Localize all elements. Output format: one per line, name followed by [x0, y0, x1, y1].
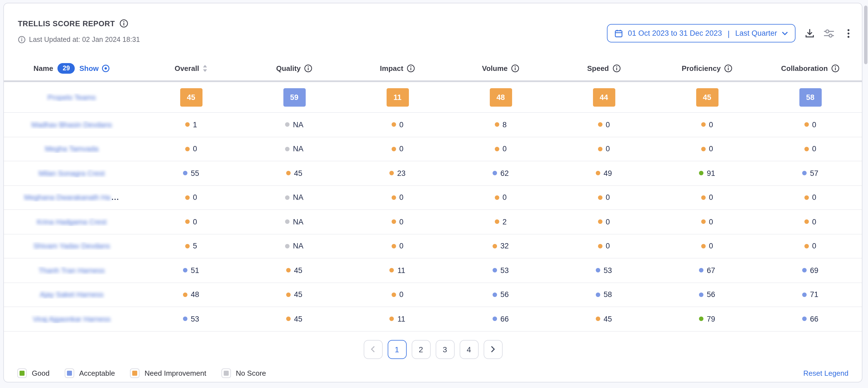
score-value: 0: [812, 121, 816, 129]
legend-label: Acceptable: [79, 369, 115, 377]
score-cell: 53: [449, 266, 552, 275]
score-cell: 48: [140, 291, 243, 299]
legend-checkbox[interactable]: [221, 368, 231, 378]
score-value: 51: [191, 266, 199, 275]
team-name-link[interactable]: Propelo Teams: [4, 93, 140, 101]
sort-arrows-icon[interactable]: [203, 64, 208, 72]
legend-item-need-improvement[interactable]: Need Improvement: [130, 368, 206, 378]
score-value: 11: [398, 315, 405, 323]
score-value: 79: [707, 315, 715, 323]
score-level-dot: [390, 317, 394, 321]
reset-legend-link[interactable]: Reset Legend: [803, 369, 848, 377]
score-cell: 56: [655, 291, 759, 299]
info-icon[interactable]: [304, 64, 312, 72]
score-cell: 0: [346, 291, 449, 299]
member-name-link[interactable]: Megha Tamvada: [4, 145, 140, 153]
score-level-dot: [804, 196, 809, 200]
table-row: Krina Hadgama Crest 0 NA 0 2 0 0 0: [4, 210, 862, 234]
score-value: 0: [606, 218, 610, 226]
page-button[interactable]: 2: [411, 340, 430, 359]
score-value: 0: [709, 218, 713, 226]
score-cell: 69: [759, 266, 862, 275]
score-chip: 11: [386, 88, 409, 106]
score-level-dot: [183, 317, 187, 321]
score-value: 23: [397, 169, 406, 178]
page-button[interactable]: 1: [388, 340, 406, 359]
column-header-collaboration: Collaboration: [759, 64, 862, 72]
legend-swatch-need-improvement: [132, 370, 137, 376]
score-chip: 48: [490, 88, 512, 106]
legend-swatch-no-score: [223, 370, 228, 376]
member-name-link[interactable]: Shivam Yadav Devdans: [4, 242, 140, 250]
legend-item-good[interactable]: Good: [17, 368, 50, 378]
date-range-picker[interactable]: 01 Oct 2023 to 31 Dec 2023 | Last Quarte…: [607, 24, 796, 42]
score-value: NA: [293, 193, 304, 202]
score-level-dot: [391, 196, 396, 200]
score-value: 0: [502, 193, 506, 202]
info-icon[interactable]: [119, 19, 128, 28]
score-value: 0: [399, 242, 403, 250]
score-level-dot: [802, 317, 807, 321]
score-value: 0: [709, 121, 713, 129]
score-cell: 45: [140, 88, 243, 106]
score-cell: 79: [655, 315, 759, 323]
score-level-dot: [493, 244, 497, 248]
score-cell: 56: [449, 291, 552, 299]
legend-checkbox[interactable]: [65, 368, 74, 378]
score-cell: 0: [759, 218, 862, 226]
legend-item-no-score[interactable]: No Score: [221, 368, 266, 378]
column-header-overall[interactable]: Overall: [140, 64, 243, 72]
legend-checkbox[interactable]: [17, 368, 27, 378]
score-level-dot: [598, 220, 602, 224]
member-name-link[interactable]: Viraj Ajgaonkar Harness: [4, 315, 140, 323]
score-level-dot: [598, 123, 602, 127]
score-level-dot: [495, 123, 499, 127]
score-cell: 53: [140, 315, 243, 323]
score-cell: 45: [243, 169, 346, 178]
previous-page-button[interactable]: [364, 340, 382, 359]
member-name-link[interactable]: Thanh Tran Harness: [4, 266, 140, 275]
member-name-link[interactable]: Krina Hadgama Crest: [4, 218, 140, 226]
score-value: 0: [399, 218, 403, 226]
member-name-link[interactable]: Meghana Dwarakanath Ha...: [4, 193, 140, 202]
vertical-scrollbar-thumb[interactable]: [864, 6, 867, 64]
download-button[interactable]: [804, 28, 815, 39]
report-header: TRELLIS SCORE REPORT Last Updated at: 02…: [4, 3, 862, 56]
score-level-dot: [802, 171, 807, 176]
show-names-toggle[interactable]: Show: [79, 64, 110, 72]
legend-checkbox[interactable]: [130, 368, 140, 378]
score-level-dot: [286, 171, 291, 176]
info-icon[interactable]: [724, 64, 733, 72]
score-cell: 0: [655, 218, 759, 226]
member-name-link[interactable]: Ajay Saket Harness: [4, 291, 140, 299]
page-button[interactable]: 3: [435, 340, 454, 359]
table-row: Shivam Yadav Devdans 5 NA 0 32 0 0 0: [4, 234, 862, 259]
name-header-label: Name: [33, 64, 53, 72]
more-options-button[interactable]: [843, 28, 854, 39]
next-page-button[interactable]: [484, 340, 502, 359]
score-value: 58: [603, 291, 612, 299]
info-icon[interactable]: [612, 64, 621, 72]
score-level-dot: [285, 123, 289, 127]
score-level-dot: [804, 147, 809, 151]
score-cell: 11: [346, 88, 449, 106]
info-icon[interactable]: [831, 64, 840, 72]
page-button[interactable]: 4: [459, 340, 478, 359]
member-name-link[interactable]: Madhav Bhasin Devdans: [4, 121, 140, 129]
score-value: 53: [191, 315, 199, 323]
score-cell: 53: [552, 266, 655, 275]
legend-item-acceptable[interactable]: Acceptable: [65, 368, 115, 378]
score-value: 0: [812, 218, 816, 226]
score-value: 0: [606, 193, 610, 202]
member-name-link[interactable]: Milan Sonagra Crest: [4, 169, 140, 178]
score-level-dot: [391, 123, 396, 127]
widget-settings-button[interactable]: [824, 28, 835, 39]
sliders-icon: [824, 28, 835, 38]
info-icon[interactable]: [511, 64, 519, 72]
score-legend: Good Acceptable Need Improvement No Scor…: [4, 368, 862, 378]
score-chip: 44: [593, 88, 615, 106]
info-icon[interactable]: [407, 64, 415, 72]
score-level-dot: [286, 317, 291, 321]
score-cell: 0: [759, 121, 862, 129]
score-value: 11: [398, 266, 405, 275]
